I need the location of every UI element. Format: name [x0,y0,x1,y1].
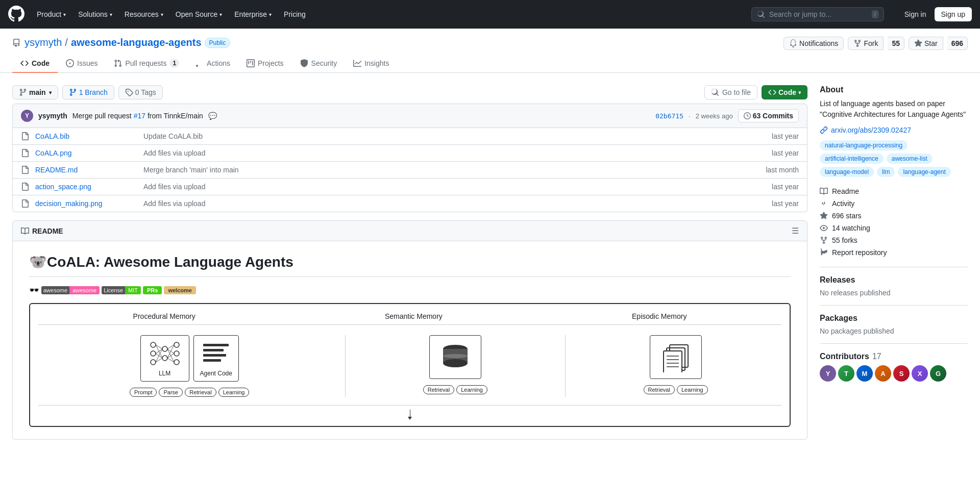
fork-button[interactable]: Fork [848,37,884,50]
signup-button[interactable]: Sign up [935,7,972,21]
file-time: last year [772,149,799,157]
file-name[interactable]: action_space.png [35,183,137,191]
commit-pr-link[interactable]: #17 [134,112,145,120]
tab-issues[interactable]: Issues [58,55,106,73]
commit-author[interactable]: ysymyth [38,112,67,120]
topics: natural-language-processing artificial-i… [820,140,968,177]
sidebar-divider-3 [820,343,968,344]
branch-info-btn[interactable]: 1 Branch [62,85,114,99]
file-icon [21,166,29,174]
readme-header: README ☰ [13,221,807,241]
sidebar-link-report[interactable]: Report repository [820,246,968,259]
contributors-grid: Y T M A S X G [820,365,968,382]
branch-selector[interactable]: main ▾ [12,85,58,99]
sidebar-link-watching[interactable]: 14 watching [820,222,968,234]
topic-nlp[interactable]: natural-language-processing [820,140,908,150]
sidebar-link-readme[interactable]: Readme [820,185,968,197]
tag-icon [125,88,133,96]
star-count[interactable]: 696 [947,37,968,50]
readme-toc-icon[interactable]: ☰ [792,226,799,236]
readme-box: README ☰ 🐨CoALA: Awesome Language Agents… [12,220,807,440]
flag-icon [820,248,828,257]
go-to-file-button[interactable]: Go to file [704,85,757,99]
contributor-avatar-7[interactable]: G [930,365,946,382]
repo-owner[interactable]: ysymyth [24,37,62,48]
topic-ai[interactable]: artificial-intelligence [820,154,884,164]
link-icon [820,126,828,134]
tab-actions[interactable]: Actions [187,55,238,73]
branch-icon [19,88,27,96]
procedural-section: LLM Agent [38,335,341,397]
file-row: action_space.png Add files via upload la… [13,179,807,195]
database-box [429,335,481,379]
signin-button[interactable]: Sign in [900,8,930,21]
insights-icon [353,59,361,67]
contributors-title: Contributors 17 [820,352,968,361]
topic-llm[interactable]: llm [877,167,895,177]
svg-rect-21 [203,344,229,346]
contributor-avatar-4[interactable]: A [875,365,891,382]
about-title: About [820,85,968,94]
file-row: CoALA.png Add files via upload last year [13,145,807,162]
contributor-avatar-1[interactable]: Y [820,365,836,382]
repo-icon [12,39,20,47]
projects-icon [247,59,255,67]
commit-chat-icon: 💬 [208,112,217,120]
nav-item-enterprise[interactable]: Enterprise ▾ [230,7,276,21]
tab-insights[interactable]: Insights [345,55,397,73]
contributor-avatar-5[interactable]: S [893,365,910,382]
star-small-icon [820,212,828,220]
repo-name[interactable]: awesome-language-agents [71,37,202,48]
nav-item-solutions[interactable]: Solutions ▾ [74,7,116,21]
svg-point-7 [174,351,179,356]
contributor-avatar-3[interactable]: M [856,365,873,382]
memory-diagram: Procedural Memory Semantic Memory Episod… [29,303,791,427]
nav-item-pricing[interactable]: Pricing [280,7,310,21]
file-name[interactable]: CoALA.png [35,149,137,157]
sidebar-link-forks[interactable]: 55 forks [820,234,968,246]
issue-icon [66,59,74,67]
file-row: decision_making.png Add files via upload… [13,195,807,212]
nav-item-resources[interactable]: Resources ▾ [120,7,167,21]
contributors-section: Contributors 17 Y T M A S X G [820,352,968,382]
repo-tabs: Code Issues Pull requests 1 Actions Proj… [12,55,968,72]
contributor-avatar-2[interactable]: T [838,365,854,382]
sidebar-link-activity[interactable]: Activity [820,197,968,210]
svg-point-4 [162,346,167,351]
fork-icon [853,39,862,47]
tab-projects[interactable]: Projects [238,55,292,73]
fork-count[interactable]: 55 [888,37,904,50]
code-label: Code [778,88,796,96]
tab-security[interactable]: Security [292,55,346,73]
topic-language-agent[interactable]: language-agent [898,167,950,177]
file-commit-msg: Update CoALA.bib [143,132,766,140]
commits-link[interactable]: 63 Commits [738,109,799,122]
svg-rect-22 [203,349,224,351]
sidebar-link-stars[interactable]: 696 stars [820,210,968,222]
code-dropdown-button[interactable]: Code ▾ [762,85,807,99]
tag-info-btn[interactable]: 0 Tags [118,85,163,99]
notifications-button[interactable]: Notifications [783,37,844,50]
topic-language-model[interactable]: language-model [820,167,874,177]
commit-hash[interactable]: 02b6715 [655,112,683,120]
svg-rect-24 [203,359,221,362]
nav-item-opensource[interactable]: Open Source ▾ [172,7,227,21]
about-link-text: arxiv.org/abs/2309.02427 [831,126,911,134]
topic-awesome-list[interactable]: awesome-list [887,154,933,164]
contributor-avatar-6[interactable]: X [912,365,928,382]
file-name[interactable]: decision_making.png [35,199,137,208]
tab-code[interactable]: Code [12,55,58,73]
github-logo[interactable] [8,6,24,23]
star-button[interactable]: Star [909,37,943,50]
search-box[interactable]: Search or jump to... / [751,7,884,21]
nav-item-product[interactable]: Product ▾ [33,7,70,21]
file-name[interactable]: CoALA.bib [35,132,137,140]
badge-license: License MIT [102,286,141,294]
file-name[interactable]: README.md [35,166,137,174]
diagram-boxes: LLM Agent [38,331,781,401]
releases-section: Releases No releases published [820,275,968,297]
readme-badges: 🕶️ awesome awesome License MIT PRs welco… [29,285,791,295]
tab-pullrequests[interactable]: Pull requests 1 [106,55,187,73]
no-packages: No packages published [820,327,968,335]
about-link[interactable]: arxiv.org/abs/2309.02427 [820,126,968,134]
